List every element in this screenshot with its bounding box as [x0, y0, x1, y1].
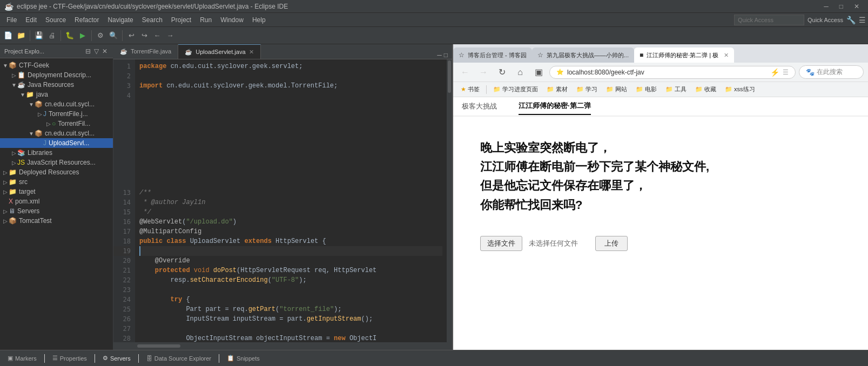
browser-tab-jiangjiang[interactable]: ■ 江江师傅的秘密·第二弹 | 极 ✕	[634, 48, 734, 63]
menu-run[interactable]: Run	[196, 15, 216, 25]
bookmark-study[interactable]: 📁 学习	[573, 84, 601, 94]
tab-label-uploadservlet: UploadServlet.java	[196, 49, 245, 55]
tree-item-torrentfil-class[interactable]: ▷ ○ TorrentFil...	[0, 119, 113, 128]
horizontal-scrollbar[interactable]	[113, 342, 452, 350]
tree-label-class1: TorrentFil...	[58, 120, 90, 127]
browser-search-box[interactable]: 🐾 在此搜索	[799, 65, 864, 79]
bookmark-bar: ★ 书签 📁 学习进度页面 📁 素材 📁 学习 📁 网站 📁	[453, 82, 868, 97]
tree-item-pom[interactable]: X pom.xml	[0, 196, 113, 206]
address-bar[interactable]: ⭐ localhost:8080/geek-ctf-jav ⚡ ☰	[549, 66, 796, 79]
editor-tab-torrentfile[interactable]: ☕ TorrentFile.java	[113, 44, 178, 59]
minimize-btn[interactable]: ─	[824, 3, 829, 10]
menu-navigate[interactable]: Navigate	[103, 15, 137, 25]
bookmark-xss[interactable]: 📁 xss练习	[722, 84, 758, 94]
bookmark-star[interactable]: ★ 书签	[457, 84, 483, 94]
upload-placeholder-text: 未选择任何文件	[529, 239, 578, 248]
forward-nav-btn[interactable]: →	[476, 65, 491, 80]
tree-item-package2[interactable]: ▼ 📦 cn.edu.cuit.sycl...	[0, 128, 113, 138]
undo-btn[interactable]: ↩	[125, 30, 137, 42]
print-btn[interactable]: 🖨	[46, 30, 58, 42]
collapse-icon[interactable]: ⊟	[84, 48, 92, 55]
tree-item-target[interactable]: ▷ 📁 target	[0, 187, 113, 196]
back-nav-btn[interactable]: ←	[457, 65, 473, 80]
maximize-btn[interactable]: □	[839, 3, 843, 10]
h-scrollbar-thumb	[137, 344, 180, 348]
tree-item-src[interactable]: ▷ 📁 src	[0, 177, 113, 187]
menu-search[interactable]: Search	[138, 15, 167, 25]
panel-close-icon[interactable]: ✕	[101, 48, 109, 55]
code-content[interactable]: package cn.edu.cuit.syclover.geek.servle…	[135, 59, 447, 342]
reload-btn[interactable]: ↻	[494, 65, 509, 80]
bookmark-label-tools: 工具	[675, 85, 687, 93]
bookmark-movies[interactable]: 📁 电影	[633, 84, 660, 94]
search-toolbar-btn[interactable]: 🔍	[107, 30, 119, 42]
menu-project[interactable]: Project	[167, 15, 196, 25]
save-btn[interactable]: 💾	[33, 30, 45, 42]
bottom-tab-servers[interactable]: ⚙ Servers	[97, 353, 136, 363]
code-line-3: import cn.edu.cuit.syclover.geek.model.T…	[139, 81, 442, 91]
browser-search-icon: 🐾	[806, 68, 815, 76]
new-btn[interactable]: 📄	[2, 30, 14, 42]
editor-minimize[interactable]: ─	[437, 51, 442, 59]
tree-item-libraries[interactable]: ▷ 📚 Libraries	[0, 148, 113, 158]
menu-help[interactable]: Help	[248, 15, 270, 25]
menu-source[interactable]: Source	[41, 15, 70, 25]
page-tab-jiangjiang[interactable]: 江江师傅的秘密·第二弹	[519, 101, 591, 115]
bottom-tab-datasource[interactable]: 🗄 Data Source Explorer	[141, 354, 217, 363]
code-line-22: resp.setCharacterEncoding("UTF-8");	[139, 275, 442, 285]
tree-item-js-resources[interactable]: ▷ JS JavaScript Resources...	[0, 158, 113, 167]
browser-panel: ☆ 博客后台管理 - 博客园 ☆ 第九届极客大挑战——小帅的... ■ 江江师傅…	[452, 44, 868, 350]
browser-tab-close-icon[interactable]: ✕	[724, 52, 729, 59]
menu-edit[interactable]: Edit	[21, 15, 41, 25]
back-btn[interactable]: ←	[151, 30, 163, 42]
choose-file-btn[interactable]: 选择文件	[480, 236, 522, 251]
tree-label-tomcat: TomcatTest	[19, 217, 52, 225]
close-btn[interactable]: ✕	[854, 3, 859, 10]
bookmark-btn[interactable]: ▣	[531, 65, 546, 80]
home-btn[interactable]: ⌂	[513, 65, 528, 80]
lightning-icon: ⚡	[770, 68, 779, 77]
menu-window[interactable]: Window	[216, 15, 248, 25]
browser-tab-blog[interactable]: ☆ 博客后台管理 - 博客园	[453, 48, 532, 63]
tree-item-java[interactable]: ▼ 📁 java	[0, 90, 113, 99]
upload-submit-btn[interactable]: 上传	[595, 236, 628, 251]
build-btn[interactable]: ⚙	[95, 30, 106, 42]
open-btn[interactable]: 📁	[15, 30, 27, 42]
toolbar-sep-4	[122, 30, 123, 41]
tree-label-src: src	[19, 178, 28, 186]
tree-item-package1[interactable]: ▼ 📦 cn.edu.cuit.sycl...	[0, 99, 113, 109]
redo-btn[interactable]: ↪	[138, 30, 150, 42]
tree-item-tomcattest[interactable]: ▷ 📦 TomcatTest	[0, 216, 113, 226]
bookmark-study-progress[interactable]: 📁 学习进度页面	[490, 84, 541, 94]
tree-item-deployment[interactable]: ▷ 📋 Deployment Descrip...	[0, 70, 113, 80]
tree-item-servers[interactable]: ▷ 🖥 Servers	[0, 206, 113, 216]
tree-arrow-class1: ▷	[45, 121, 52, 127]
tree-item-uploadservlet[interactable]: J UploadServl...	[0, 138, 113, 148]
menu-file[interactable]: File	[2, 15, 21, 25]
bookmark-materials[interactable]: 📁 素材	[543, 84, 571, 94]
tree-item-ctfgeek[interactable]: ▼ 📦 CTF-Geek	[0, 60, 113, 70]
tab-close-upload[interactable]: ✕	[249, 49, 254, 56]
quick-access-input[interactable]	[734, 15, 804, 25]
page-tab-geekchallenge[interactable]: 极客大挑战	[462, 101, 497, 114]
editor-tab-uploadservlet[interactable]: ☕ UploadServlet.java ✕	[178, 44, 260, 59]
editor-maximize[interactable]: □	[444, 51, 448, 59]
bookmark-website[interactable]: 📁 网站	[603, 84, 630, 94]
package-icon-2: 📦	[35, 130, 43, 137]
browser-tab-geek[interactable]: ☆ 第九届极客大挑战——小帅的...	[532, 48, 634, 63]
forward-btn[interactable]: →	[164, 30, 176, 42]
bookmark-tools[interactable]: 📁 工具	[662, 84, 690, 94]
browser-toolbar: ← → ↻ ⌂ ▣ ⭐ localhost:8080/geek-ctf-jav …	[453, 63, 868, 82]
tree-item-torrentfile[interactable]: ▷ J TorrentFile.j...	[0, 109, 113, 119]
bookmark-favorites[interactable]: 📁 收藏	[692, 84, 719, 94]
debug-btn[interactable]: 🐛	[64, 30, 76, 42]
tree-item-java-resources[interactable]: ▼ ☕ Java Resources	[0, 80, 113, 90]
bottom-tab-markers[interactable]: ▣ Markers	[2, 353, 42, 363]
bottom-tab-snippets[interactable]: 📋 Snippets	[221, 353, 265, 363]
editor-scrollbar[interactable]	[447, 59, 452, 342]
menu-refactor[interactable]: Refactor	[70, 15, 103, 25]
tree-item-deployed[interactable]: ▷ 📁 Deployed Resources	[0, 167, 113, 177]
panel-menu-icon[interactable]: ▽	[93, 48, 100, 55]
bottom-tab-properties[interactable]: ☰ Properties	[47, 353, 92, 363]
run-btn[interactable]: ▶	[77, 30, 89, 42]
